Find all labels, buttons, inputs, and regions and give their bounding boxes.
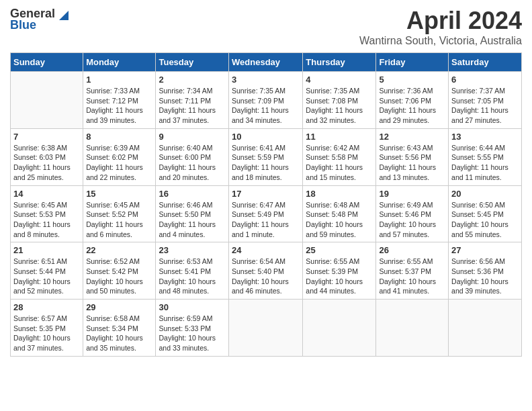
- calendar-cell: 7Sunrise: 6:38 AMSunset: 6:03 PMDaylight…: [11, 128, 83, 185]
- day-info: Sunrise: 6:39 AMSunset: 6:02 PMDaylight:…: [86, 143, 152, 183]
- day-number: 13: [451, 132, 519, 142]
- calendar-cell: 22Sunrise: 6:52 AMSunset: 5:42 PMDayligh…: [83, 242, 156, 300]
- day-number: 20: [451, 189, 519, 199]
- calendar-header-saturday: Saturday: [449, 53, 522, 72]
- calendar-cell: 12Sunrise: 6:43 AMSunset: 5:56 PMDayligh…: [376, 128, 449, 185]
- day-info: Sunrise: 6:55 AMSunset: 5:39 PMDaylight:…: [306, 257, 373, 296]
- calendar-header-row: SundayMondayTuesdayWednesdayThursdayFrid…: [11, 53, 522, 72]
- calendar-cell: 3Sunrise: 7:35 AMSunset: 7:09 PMDaylight…: [229, 72, 303, 129]
- calendar-header-wednesday: Wednesday: [229, 53, 303, 72]
- day-number: 24: [232, 245, 300, 255]
- day-number: 25: [306, 245, 373, 255]
- calendar-cell: 1Sunrise: 7:33 AMSunset: 7:12 PMDaylight…: [83, 72, 156, 129]
- day-info: Sunrise: 6:45 AMSunset: 5:52 PMDaylight:…: [86, 200, 152, 240]
- calendar-header-thursday: Thursday: [303, 53, 376, 72]
- calendar-cell: 10Sunrise: 6:41 AMSunset: 5:59 PMDayligh…: [229, 128, 303, 185]
- day-info: Sunrise: 6:52 AMSunset: 5:42 PMDaylight:…: [86, 257, 152, 296]
- day-info: Sunrise: 6:50 AMSunset: 5:45 PMDaylight:…: [451, 200, 519, 240]
- day-info: Sunrise: 6:48 AMSunset: 5:48 PMDaylight:…: [306, 200, 373, 240]
- day-info: Sunrise: 6:53 AMSunset: 5:41 PMDaylight:…: [159, 257, 226, 296]
- day-number: 15: [86, 189, 152, 199]
- calendar-cell: 26Sunrise: 6:55 AMSunset: 5:37 PMDayligh…: [376, 242, 449, 300]
- day-number: 9: [159, 132, 226, 142]
- calendar-cell: 29Sunrise: 6:58 AMSunset: 5:34 PMDayligh…: [83, 300, 156, 357]
- day-number: 4: [306, 75, 373, 85]
- day-info: Sunrise: 7:35 AMSunset: 7:08 PMDaylight:…: [306, 86, 373, 126]
- day-info: Sunrise: 6:57 AMSunset: 5:35 PMDaylight:…: [13, 314, 80, 353]
- day-number: 5: [379, 75, 445, 85]
- day-info: Sunrise: 6:46 AMSunset: 5:50 PMDaylight:…: [159, 200, 226, 240]
- calendar-cell: 17Sunrise: 6:47 AMSunset: 5:49 PMDayligh…: [229, 185, 303, 242]
- main-title: April 2024: [359, 7, 522, 35]
- day-info: Sunrise: 7:37 AMSunset: 7:05 PMDaylight:…: [451, 86, 519, 126]
- day-number: 11: [306, 132, 373, 142]
- day-number: 14: [13, 189, 80, 199]
- calendar-cell: 16Sunrise: 6:46 AMSunset: 5:50 PMDayligh…: [156, 185, 229, 242]
- day-number: 7: [13, 132, 80, 142]
- calendar-week-2: 7Sunrise: 6:38 AMSunset: 6:03 PMDaylight…: [11, 128, 522, 185]
- day-number: 26: [379, 245, 445, 255]
- day-info: Sunrise: 7:33 AMSunset: 7:12 PMDaylight:…: [86, 86, 152, 126]
- calendar-cell: 9Sunrise: 6:40 AMSunset: 6:00 PMDaylight…: [156, 128, 229, 185]
- day-info: Sunrise: 6:54 AMSunset: 5:40 PMDaylight:…: [232, 257, 300, 296]
- day-number: 21: [13, 245, 80, 255]
- calendar-cell: [376, 300, 449, 357]
- day-info: Sunrise: 6:56 AMSunset: 5:36 PMDaylight:…: [451, 257, 519, 296]
- day-info: Sunrise: 6:45 AMSunset: 5:53 PMDaylight:…: [13, 200, 80, 240]
- day-info: Sunrise: 6:40 AMSunset: 6:00 PMDaylight:…: [159, 143, 226, 183]
- day-info: Sunrise: 7:34 AMSunset: 7:11 PMDaylight:…: [159, 86, 226, 126]
- calendar-cell: 6Sunrise: 7:37 AMSunset: 7:05 PMDaylight…: [449, 72, 522, 129]
- logo: General Blue: [10, 7, 69, 32]
- logo-blue-text: Blue: [10, 18, 36, 32]
- day-info: Sunrise: 6:38 AMSunset: 6:03 PMDaylight:…: [13, 143, 80, 183]
- day-number: 16: [159, 189, 226, 199]
- day-info: Sunrise: 6:42 AMSunset: 5:58 PMDaylight:…: [306, 143, 373, 183]
- calendar-week-1: 1Sunrise: 7:33 AMSunset: 7:12 PMDaylight…: [11, 72, 522, 129]
- calendar-cell: 21Sunrise: 6:51 AMSunset: 5:44 PMDayligh…: [11, 242, 83, 300]
- calendar-cell: 20Sunrise: 6:50 AMSunset: 5:45 PMDayligh…: [449, 185, 522, 242]
- calendar-cell: [11, 72, 83, 129]
- calendar-cell: 30Sunrise: 6:59 AMSunset: 5:33 PMDayligh…: [156, 300, 229, 357]
- calendar-week-3: 14Sunrise: 6:45 AMSunset: 5:53 PMDayligh…: [11, 185, 522, 242]
- day-info: Sunrise: 7:35 AMSunset: 7:09 PMDaylight:…: [232, 86, 300, 126]
- day-info: Sunrise: 6:44 AMSunset: 5:55 PMDaylight:…: [451, 143, 519, 183]
- day-number: 29: [86, 302, 152, 312]
- calendar-cell: 19Sunrise: 6:49 AMSunset: 5:46 PMDayligh…: [376, 185, 449, 242]
- calendar-cell: [229, 300, 303, 357]
- day-number: 6: [451, 75, 519, 85]
- day-number: 1: [86, 75, 152, 85]
- calendar-header-sunday: Sunday: [11, 53, 83, 72]
- day-number: 19: [379, 189, 445, 199]
- day-info: Sunrise: 6:59 AMSunset: 5:33 PMDaylight:…: [159, 314, 226, 353]
- day-number: 12: [379, 132, 445, 142]
- svg-marker-0: [59, 11, 69, 20]
- calendar-cell: 14Sunrise: 6:45 AMSunset: 5:53 PMDayligh…: [11, 185, 83, 242]
- day-number: 3: [232, 75, 300, 85]
- calendar-cell: 28Sunrise: 6:57 AMSunset: 5:35 PMDayligh…: [11, 300, 83, 357]
- day-number: 28: [13, 302, 80, 312]
- calendar-cell: 11Sunrise: 6:42 AMSunset: 5:58 PMDayligh…: [303, 128, 376, 185]
- day-number: 2: [159, 75, 226, 85]
- calendar-cell: [449, 300, 522, 357]
- day-info: Sunrise: 6:41 AMSunset: 5:59 PMDaylight:…: [232, 143, 300, 183]
- day-info: Sunrise: 6:47 AMSunset: 5:49 PMDaylight:…: [232, 200, 300, 240]
- calendar-cell: 25Sunrise: 6:55 AMSunset: 5:39 PMDayligh…: [303, 242, 376, 300]
- calendar-header-friday: Friday: [376, 53, 449, 72]
- calendar-week-5: 28Sunrise: 6:57 AMSunset: 5:35 PMDayligh…: [11, 300, 522, 357]
- header: General Blue April 2024 Wantirna South, …: [10, 7, 522, 47]
- day-number: 18: [306, 189, 373, 199]
- day-number: 27: [451, 245, 519, 255]
- calendar-cell: 13Sunrise: 6:44 AMSunset: 5:55 PMDayligh…: [449, 128, 522, 185]
- calendar-table: SundayMondayTuesdayWednesdayThursdayFrid…: [10, 52, 522, 357]
- day-number: 30: [159, 302, 226, 312]
- day-number: 22: [86, 245, 152, 255]
- day-info: Sunrise: 7:36 AMSunset: 7:06 PMDaylight:…: [379, 86, 445, 126]
- calendar-week-4: 21Sunrise: 6:51 AMSunset: 5:44 PMDayligh…: [11, 242, 522, 300]
- calendar-cell: 15Sunrise: 6:45 AMSunset: 5:52 PMDayligh…: [83, 185, 156, 242]
- calendar-cell: 27Sunrise: 6:56 AMSunset: 5:36 PMDayligh…: [449, 242, 522, 300]
- title-area: April 2024 Wantirna South, Victoria, Aus…: [359, 7, 522, 47]
- day-info: Sunrise: 6:55 AMSunset: 5:37 PMDaylight:…: [379, 257, 445, 296]
- calendar-cell: 5Sunrise: 7:36 AMSunset: 7:06 PMDaylight…: [376, 72, 449, 129]
- day-number: 8: [86, 132, 152, 142]
- calendar-cell: 8Sunrise: 6:39 AMSunset: 6:02 PMDaylight…: [83, 128, 156, 185]
